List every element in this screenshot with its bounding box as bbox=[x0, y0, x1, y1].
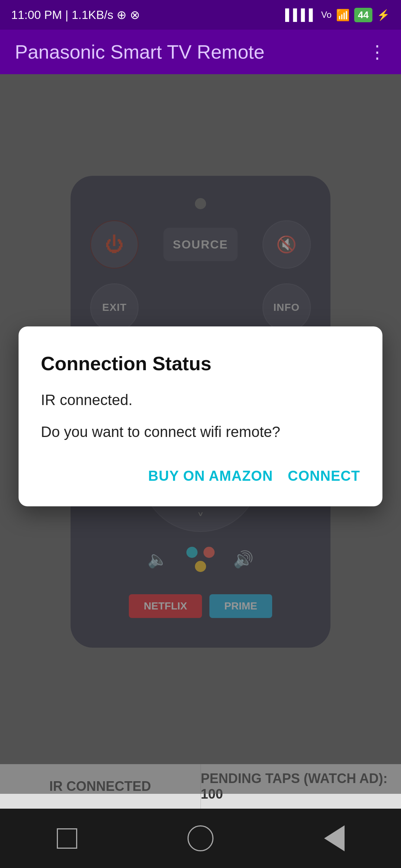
home-button[interactable] bbox=[186, 823, 215, 853]
status-right-icons: ▌▌▌▌ Vo 📶 44 ⚡ bbox=[285, 8, 390, 22]
status-bar: 11:00 PM | 1.1KB/s ⊕ ⊗ ▌▌▌▌ Vo 📶 44 ⚡ bbox=[0, 0, 401, 30]
triangle-icon bbox=[324, 825, 345, 851]
status-network-speed: 1.1KB/s bbox=[72, 8, 113, 22]
app-bar: Panasonic Smart TV Remote ⋮ bbox=[0, 30, 401, 74]
system-nav-bar bbox=[0, 809, 401, 868]
status-time-speed: 11:00 PM | 1.1KB/s ⊕ ⊗ bbox=[11, 8, 140, 22]
signal-icon: ▌▌▌▌ bbox=[285, 9, 317, 21]
charging-icon: ⚡ bbox=[377, 9, 390, 21]
dialog-actions: BUY ON AMAZON CONNECT bbox=[41, 464, 360, 488]
buy-on-amazon-button[interactable]: BUY ON AMAZON bbox=[148, 464, 273, 488]
status-icons: ⊕ ⊗ bbox=[117, 8, 140, 22]
back-button[interactable] bbox=[319, 823, 349, 853]
connection-status-dialog: Connection Status IR connected. Do you w… bbox=[19, 326, 382, 506]
recent-apps-button[interactable] bbox=[52, 823, 82, 853]
square-icon bbox=[57, 828, 77, 849]
connect-button[interactable]: CONNECT bbox=[288, 464, 360, 488]
wifi-prompt-text: Do you want to connect wifi remote? bbox=[41, 421, 360, 442]
status-speed: | bbox=[65, 8, 72, 22]
more-options-icon[interactable]: ⋮ bbox=[368, 42, 386, 62]
ir-status-text: IR connected. bbox=[41, 389, 360, 410]
circle-icon bbox=[188, 825, 213, 851]
app-title: Panasonic Smart TV Remote bbox=[15, 41, 264, 63]
vo-icon: Vo bbox=[321, 10, 332, 20]
dialog-body: IR connected. Do you want to connect wif… bbox=[41, 389, 360, 442]
wifi-icon: 📶 bbox=[336, 9, 350, 22]
status-time: 11:00 PM bbox=[11, 8, 62, 22]
battery-indicator: 44 bbox=[354, 8, 372, 22]
dialog-title: Connection Status bbox=[41, 352, 360, 375]
